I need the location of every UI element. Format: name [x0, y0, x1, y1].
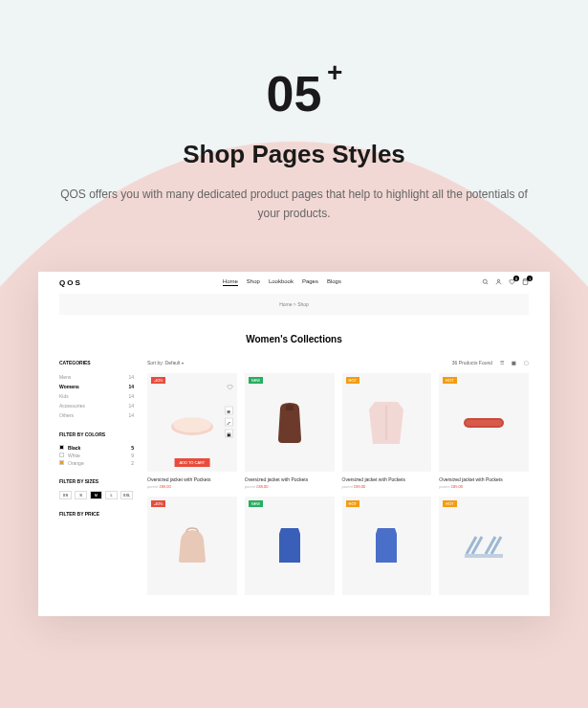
shop-mockup: QOS Home Shop Lookbook Pages Blogs Home … [38, 272, 550, 616]
product-meta: parent £89.00 [342, 484, 432, 489]
product-badge: NEW [249, 500, 263, 507]
product-meta: parent £89.00 [245, 484, 335, 489]
nav-lookbook[interactable]: Lookbook [269, 278, 294, 286]
svg-point-0 [483, 279, 487, 283]
color-filter-item[interactable]: White9 [59, 452, 134, 459]
svg-rect-9 [465, 554, 503, 558]
sort-control[interactable]: Sort by: Default ▾ [147, 360, 184, 365]
colors-heading: FILTER BY COLORS [59, 431, 134, 437]
product-badge: -40% [151, 500, 165, 507]
product-meta: parent £89.00 [147, 484, 237, 489]
size-filter-item[interactable]: L [105, 491, 118, 499]
page-title: Women's Collections [38, 315, 550, 360]
product-card[interactable]: NEW Oversized jacket with Pockets parent… [245, 373, 335, 489]
product-card[interactable]: NEW [245, 497, 335, 595]
size-filter-item[interactable]: XS [59, 491, 72, 499]
wishlist-icon[interactable] [227, 377, 233, 384]
category-item[interactable]: Kids14 [59, 391, 134, 401]
product-name: Oversized jacket with Pockets [245, 476, 335, 482]
wishlist-icon[interactable] [509, 278, 515, 286]
product-card[interactable]: HOT Oversized jacket with Pockets parent… [342, 373, 432, 489]
svg-point-4 [173, 417, 211, 432]
product-card[interactable]: HOT [342, 497, 432, 595]
product-badge: HOT [443, 377, 456, 384]
price-heading: FILTER BY PRICE [59, 511, 134, 517]
compare-icon[interactable]: ⤢ [225, 418, 233, 427]
color-filter-item[interactable]: Black5 [59, 444, 134, 452]
color-filter-item[interactable]: Orange2 [59, 459, 134, 467]
svg-line-1 [487, 283, 488, 284]
product-card[interactable]: -40% [147, 497, 237, 595]
category-item[interactable]: Others14 [59, 410, 134, 420]
size-filter-item[interactable]: S [75, 491, 87, 499]
category-item[interactable]: Womens14 [59, 382, 134, 391]
product-card[interactable]: -40% ⊕⤢▣ ADD TO CART Oversized jacket wi… [147, 373, 237, 489]
product-name: Oversized jacket with Pockets [147, 476, 237, 482]
product-badge: -40% [151, 377, 165, 384]
nav-pages[interactable]: Pages [302, 278, 318, 286]
hero-number: 05+ [267, 65, 322, 122]
nav-shop[interactable]: Shop [247, 278, 260, 286]
hero-title: Shop Pages Styles [57, 140, 531, 169]
add-to-cart-button[interactable]: ADD TO CART [174, 458, 209, 467]
hero-description: QOS offers you with many dedicated produ… [57, 185, 531, 224]
svg-point-2 [497, 279, 499, 281]
product-badge: NEW [249, 377, 263, 384]
user-icon[interactable] [495, 278, 502, 286]
view-list-icon[interactable]: ☰ [500, 360, 504, 365]
categories-heading: CATEGORIES [59, 360, 134, 365]
quickview-icon[interactable]: ⊕ [225, 407, 233, 415]
product-badge: HOT [346, 377, 359, 384]
svg-rect-8 [466, 420, 502, 426]
search-icon[interactable] [482, 278, 489, 286]
product-meta: parent £89.00 [439, 484, 529, 489]
product-name: Oversized jacket with Pockets [439, 476, 529, 482]
share-icon[interactable]: ▣ [225, 430, 233, 438]
breadcrumb: Home > Shop [59, 294, 529, 315]
nav-home[interactable]: Home [223, 278, 238, 286]
size-filter-item[interactable]: M [90, 491, 102, 499]
view-large-icon[interactable]: ▢ [524, 360, 529, 365]
view-grid-icon[interactable]: ▦ [512, 360, 516, 365]
svg-rect-5 [286, 405, 294, 410]
main-nav: Home Shop Lookbook Pages Blogs [82, 278, 482, 286]
product-badge: HOT [443, 500, 456, 507]
sizes-heading: FILTER BY SIZES [59, 478, 134, 484]
category-item[interactable]: Accessories14 [59, 401, 134, 410]
results-count: 36 Products Found [452, 360, 492, 365]
product-card[interactable]: HOT Oversized jacket with Pockets parent… [439, 373, 529, 489]
logo[interactable]: QOS [59, 278, 82, 287]
product-name: Oversized jacket with Pockets [342, 476, 432, 482]
product-badge: HOT [346, 500, 359, 507]
product-card[interactable]: HOT [439, 497, 529, 595]
size-filter-item[interactable]: XXL [120, 491, 133, 499]
cart-icon[interactable] [522, 278, 529, 286]
hero-section: 05+ Shop Pages Styles QOS offers you wit… [0, 0, 588, 253]
category-item[interactable]: Mens14 [59, 372, 134, 382]
nav-blogs[interactable]: Blogs [327, 278, 341, 286]
